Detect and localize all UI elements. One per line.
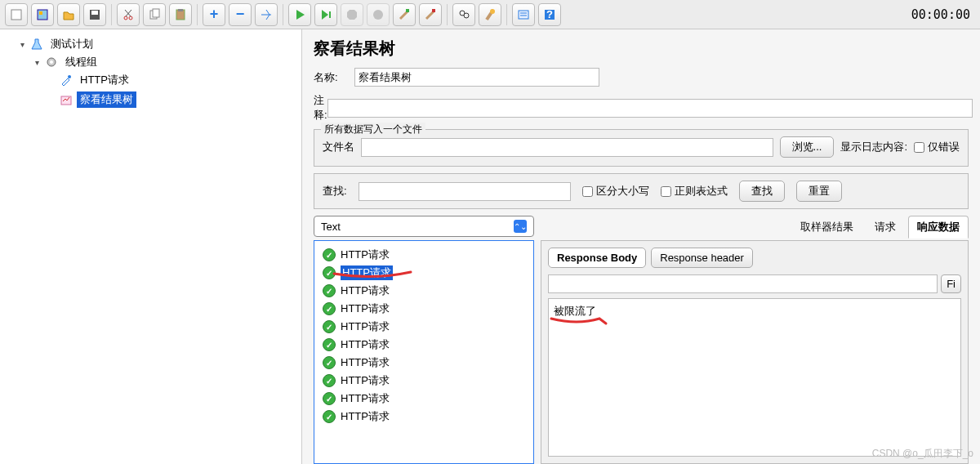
tree-view-results[interactable]: 察看结果树	[47, 91, 298, 108]
stop-icon[interactable]	[341, 3, 363, 26]
success-icon: ✓	[323, 284, 336, 297]
svg-point-22	[50, 60, 53, 64]
filename-input[interactable]	[361, 138, 773, 157]
svg-rect-2	[39, 11, 42, 15]
start-no-pause-icon[interactable]	[314, 3, 337, 26]
search-bar: 查找: 区分大小写 正则表达式 查找 重置	[314, 173, 969, 209]
file-output-fieldset: 所有数据写入一个文件 文件名 浏览... 显示日志内容: 仅错误	[314, 129, 969, 167]
result-row[interactable]: ✓HTTP请求	[318, 318, 530, 336]
expand-icon[interactable]: +	[203, 3, 225, 26]
subtab-body[interactable]: Response Body	[548, 248, 646, 268]
success-icon: ✓	[323, 338, 336, 351]
log-content-label: 显示日志内容:	[840, 140, 907, 154]
success-icon: ✓	[323, 374, 336, 387]
svg-point-12	[373, 10, 383, 20]
tab-request[interactable]: 请求	[866, 216, 905, 239]
svg-rect-14	[432, 9, 435, 12]
chevron-updown-icon: ⌃⌄	[514, 220, 527, 233]
browse-button[interactable]: 浏览...	[780, 136, 835, 158]
search-label: 查找:	[323, 184, 347, 199]
toggle-icon[interactable]	[255, 3, 278, 26]
result-row[interactable]: ✓HTTP请求	[318, 282, 530, 300]
search-icon[interactable]	[452, 3, 475, 26]
subtab-header[interactable]: Response header	[651, 248, 753, 268]
toolbar: + − ? 00:00:00	[0, 0, 980, 29]
tree-root[interactable]: ▾ 测试计划	[18, 36, 298, 52]
shutdown-icon[interactable]	[367, 3, 390, 26]
result-row[interactable]: ✓HTTP请求	[318, 264, 530, 282]
success-icon: ✓	[323, 248, 336, 261]
chevron-down-icon[interactable]: ▾	[33, 58, 41, 66]
find-button[interactable]: 查找	[739, 181, 785, 202]
name-label: 名称:	[314, 70, 354, 85]
reset-search-icon[interactable]	[479, 3, 501, 26]
start-icon[interactable]	[288, 3, 311, 26]
renderer-dropdown[interactable]: Text ⌃⌄	[314, 216, 534, 237]
comment-input[interactable]	[327, 99, 973, 118]
svg-point-17	[490, 9, 495, 14]
response-body[interactable]: 被限流了	[548, 298, 961, 457]
watermark: CSDN @o_瓜田李下_o	[872, 447, 973, 461]
svg-point-5	[124, 16, 127, 20]
success-icon: ✓	[323, 266, 336, 279]
test-plan-tree[interactable]: ▾ 测试计划 ▾ 线程组	[0, 29, 302, 464]
flask-icon	[29, 37, 44, 51]
success-icon: ✓	[323, 392, 336, 405]
tree-http-request[interactable]: HTTP请求	[47, 72, 298, 88]
template-icon[interactable]	[31, 3, 54, 26]
case-checkbox[interactable]: 区分大小写	[582, 184, 649, 199]
tab-sampler[interactable]: 取样器结果	[791, 216, 862, 239]
svg-rect-4	[91, 11, 98, 15]
response-filter-input[interactable]	[548, 274, 938, 293]
result-row[interactable]: ✓HTTP请求	[318, 354, 530, 372]
success-icon: ✓	[323, 356, 336, 369]
filename-label: 文件名	[323, 140, 354, 154]
result-row[interactable]: ✓HTTP请求	[318, 372, 530, 390]
clear-all-icon[interactable]	[419, 3, 442, 26]
svg-rect-10	[178, 9, 183, 11]
tree-thread-group[interactable]: ▾ 线程组	[33, 54, 298, 70]
success-icon: ✓	[323, 302, 336, 315]
open-icon[interactable]	[57, 3, 80, 26]
dropper-icon	[59, 73, 74, 87]
filter-button[interactable]: Fi	[941, 274, 961, 293]
content-pane: 察看结果树 名称: 注释: 所有数据写入一个文件 文件名 浏览... 显示日志内…	[302, 29, 980, 464]
only-error-checkbox[interactable]: 仅错误	[914, 140, 960, 154]
paste-icon[interactable]	[169, 3, 192, 26]
success-icon: ✓	[323, 320, 336, 333]
result-row[interactable]: ✓HTTP请求	[318, 246, 530, 264]
cut-icon[interactable]	[117, 3, 140, 26]
name-input[interactable]	[354, 68, 599, 87]
panel-title: 察看结果树	[314, 38, 969, 60]
clear-icon[interactable]	[393, 3, 416, 26]
collapse-icon[interactable]: −	[229, 3, 252, 26]
svg-text:?: ?	[546, 8, 553, 20]
result-row[interactable]: ✓HTTP请求	[318, 408, 530, 426]
regex-checkbox[interactable]: 正则表达式	[661, 184, 728, 199]
svg-rect-11	[329, 11, 331, 18]
comment-label: 注释:	[314, 93, 327, 123]
result-row[interactable]: ✓HTTP请求	[318, 336, 530, 354]
function-icon[interactable]	[512, 3, 535, 26]
svg-point-23	[68, 75, 71, 78]
save-icon[interactable]	[83, 3, 106, 26]
new-icon[interactable]	[5, 3, 28, 26]
search-input[interactable]	[359, 182, 571, 201]
svg-rect-18	[519, 11, 528, 19]
tab-response[interactable]: 响应数据	[908, 216, 969, 239]
result-row[interactable]: ✓HTTP请求	[318, 390, 530, 408]
result-list[interactable]: ✓HTTP请求✓HTTP请求✓HTTP请求✓HTTP请求✓HTTP请求✓HTTP…	[314, 240, 534, 464]
svg-rect-0	[11, 10, 21, 20]
results-icon	[59, 92, 74, 107]
copy-icon[interactable]	[143, 3, 166, 26]
result-tabs: 取样器结果 请求 响应数据	[541, 216, 969, 239]
result-row[interactable]: ✓HTTP请求	[318, 300, 530, 318]
chevron-down-icon[interactable]: ▾	[18, 40, 26, 48]
svg-point-6	[129, 16, 132, 20]
svg-point-16	[464, 13, 469, 18]
help-icon[interactable]: ?	[538, 3, 561, 26]
svg-rect-13	[406, 9, 409, 12]
success-icon: ✓	[323, 410, 336, 423]
gear-icon	[44, 55, 59, 69]
reset-button[interactable]: 重置	[796, 181, 842, 202]
